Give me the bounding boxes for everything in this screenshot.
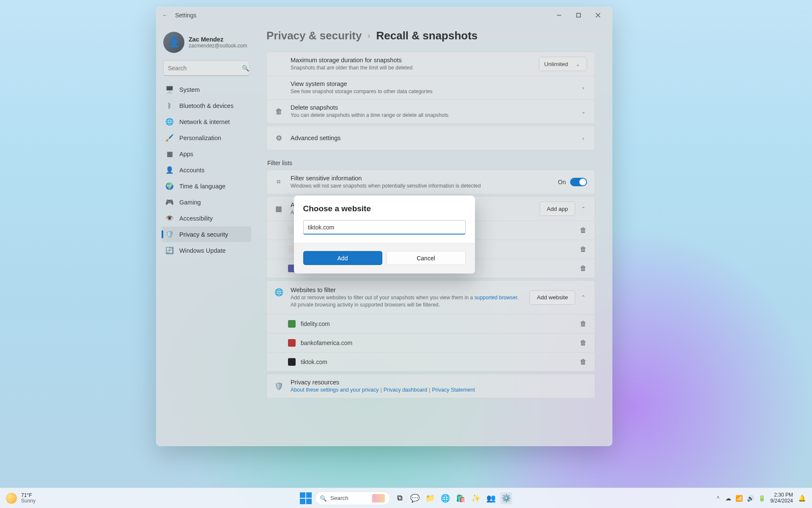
volume-icon[interactable]: 🔊: [747, 495, 754, 502]
nav-label: Privacy & security: [179, 231, 228, 238]
copilot-icon[interactable]: ✨: [470, 492, 482, 504]
website-url-input[interactable]: [303, 220, 466, 235]
weather-icon: [6, 493, 17, 504]
start-button[interactable]: [300, 492, 312, 504]
tray-chevron-up-icon[interactable]: ＾: [715, 494, 721, 502]
dialog-title: Choose a website: [303, 204, 466, 213]
search-illustration: [372, 494, 385, 502]
sidebar-item-privacy-security[interactable]: 🛡️Privacy & security: [162, 226, 251, 242]
weather-temp: 71°F: [21, 493, 36, 498]
wifi-icon[interactable]: 📶: [735, 495, 743, 502]
clock-time: 2:30 PM: [771, 492, 793, 498]
taskbar-search[interactable]: 🔍 Search: [315, 491, 390, 505]
teams-icon[interactable]: 👥: [485, 492, 497, 504]
store-icon[interactable]: 🛍️: [455, 492, 466, 504]
edge-icon[interactable]: 🌐: [439, 492, 451, 504]
notifications-icon[interactable]: 🔔: [798, 494, 806, 502]
dialog-add-button[interactable]: Add: [303, 251, 382, 265]
settings-icon[interactable]: ⚙️: [500, 492, 512, 504]
weather-widget[interactable]: 71°F Sunny: [0, 493, 36, 504]
clock[interactable]: 2:30 PM 9/24/2024: [771, 492, 793, 504]
search-icon: 🔍: [320, 495, 327, 502]
dialog-cancel-button[interactable]: Cancel: [387, 251, 466, 265]
weather-cond: Sunny: [21, 498, 36, 504]
taskbar: 71°F Sunny 🔍 Search ⧉ 💬 📁 🌐 🛍️ ✨ 👥 ⚙️ ＾ …: [0, 488, 812, 508]
explorer-icon[interactable]: 📁: [424, 492, 436, 504]
chat-icon[interactable]: 💬: [409, 492, 421, 504]
task-view-icon[interactable]: ⧉: [394, 492, 406, 504]
sensitive-toggle[interactable]: [570, 178, 587, 186]
choose-website-dialog: Choose a website Add Cancel: [294, 196, 475, 273]
clock-date: 9/24/2024: [771, 498, 793, 504]
battery-icon[interactable]: 🔋: [758, 495, 765, 502]
taskbar-search-label: Search: [330, 495, 348, 501]
taskbar-center: 🔍 Search ⧉ 💬 📁 🌐 🛍️ ✨ 👥 ⚙️: [300, 491, 512, 505]
system-tray: ＾ ☁ 📶 🔊 🔋 2:30 PM 9/24/2024 🔔: [715, 492, 812, 504]
settings-window: ← Settings 👤 Zac Mendez zacmendez@outloo…: [156, 7, 612, 446]
onedrive-icon[interactable]: ☁: [725, 495, 731, 502]
nav-icon: 🛡️: [166, 231, 173, 238]
